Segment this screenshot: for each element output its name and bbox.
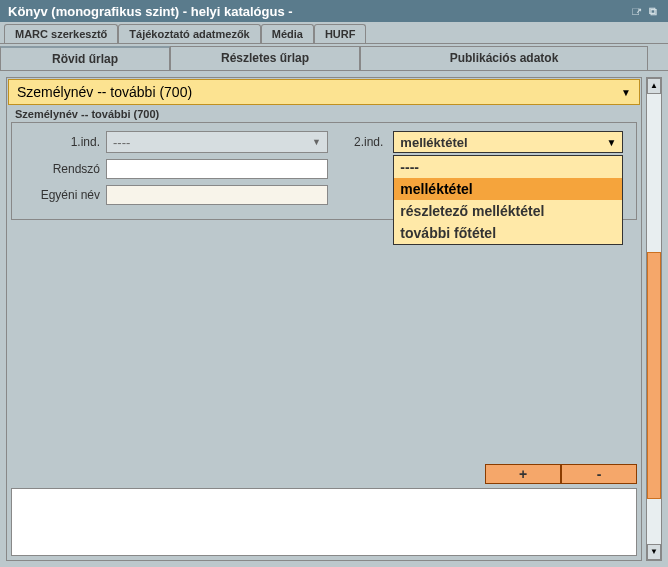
rendszo-label: Rendszó (18, 162, 100, 176)
restore-icon[interactable]: ⧉ (646, 4, 660, 18)
fieldset: 1.ind. ---- ▼ 2.ind. melléktétel ▼ ---- … (11, 122, 637, 220)
remove-button[interactable]: - (561, 464, 637, 484)
dropdown-option-tovabbi[interactable]: további főtétel (394, 222, 622, 244)
ind2-select[interactable]: melléktétel ▼ ---- melléktétel részletez… (393, 131, 623, 153)
ind1-label: 1.ind. (18, 135, 100, 149)
tab-info-fields[interactable]: Tájékoztató adatmezők (118, 24, 260, 43)
rendszo-input[interactable] (106, 159, 328, 179)
indicator-row: 1.ind. ---- ▼ 2.ind. melléktétel ▼ ---- … (18, 131, 630, 153)
scroll-thumb[interactable] (647, 252, 661, 500)
spacer (7, 220, 641, 460)
titlebar-controls: □↗ ⧉ (630, 4, 660, 18)
chevron-down-icon: ▼ (621, 87, 631, 98)
tab-row-secondary: Rövid űrlap Részletes űrlap Publikációs … (0, 44, 668, 71)
dropdown-option-mellektetel[interactable]: melléktétel (394, 178, 622, 200)
tab-short-form[interactable]: Rövid űrlap (0, 46, 170, 70)
maximize-icon[interactable]: □↗ (630, 4, 644, 18)
ind1-select[interactable]: ---- ▼ (106, 131, 328, 153)
section-title: Személynév -- további (700) (17, 84, 192, 100)
window-title: Könyv (monografikus szint) - helyi katal… (8, 4, 293, 19)
ind2-label: 2.ind. (354, 135, 383, 149)
dropdown-option-reszletezo[interactable]: részletező melléktétel (394, 200, 622, 222)
tab-media[interactable]: Média (261, 24, 314, 43)
button-row: + - (7, 460, 641, 488)
tab-detailed-form[interactable]: Részletes űrlap (170, 46, 360, 70)
titlebar: Könyv (monografikus szint) - helyi katal… (0, 0, 668, 22)
scroll-down-button[interactable]: ▼ (647, 544, 661, 560)
ind2-dropdown: ---- melléktétel részletező melléktétel … (393, 155, 623, 245)
notes-textarea[interactable] (11, 488, 637, 556)
app-window: Könyv (monografikus szint) - helyi katal… (0, 0, 668, 567)
dropdown-option-blank[interactable]: ---- (394, 156, 622, 178)
tab-hurf[interactable]: HURF (314, 24, 367, 43)
egyeninev-label: Egyéni név (18, 188, 100, 202)
ind2-value: melléktétel (400, 135, 467, 150)
scrollbar[interactable]: ▲ ▼ (646, 77, 662, 561)
content-area: Személynév -- további (700) ▼ Személynév… (0, 71, 668, 567)
scroll-track[interactable] (647, 94, 661, 544)
fieldset-legend: Személynév -- további (700) (7, 106, 641, 122)
ind1-value: ---- (113, 135, 130, 150)
add-button[interactable]: + (485, 464, 561, 484)
chevron-down-icon: ▼ (312, 137, 321, 147)
egyeninev-input[interactable] (106, 185, 328, 205)
tab-publication-data[interactable]: Publikációs adatok (360, 46, 648, 70)
main-panel: Személynév -- további (700) ▼ Személynév… (6, 77, 642, 561)
tab-row-primary: MARC szerkesztő Tájékoztató adatmezők Mé… (0, 22, 668, 44)
section-header[interactable]: Személynév -- további (700) ▼ (8, 79, 640, 105)
chevron-down-icon: ▼ (606, 137, 616, 148)
tab-marc-editor[interactable]: MARC szerkesztő (4, 24, 118, 43)
scroll-up-button[interactable]: ▲ (647, 78, 661, 94)
